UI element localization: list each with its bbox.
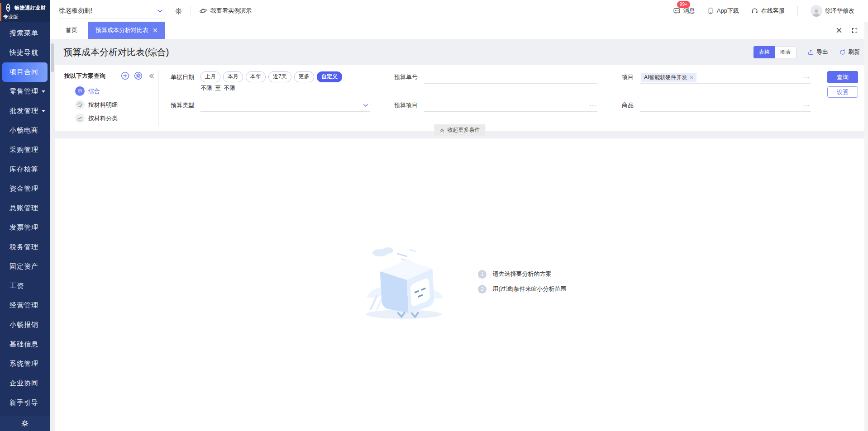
sidebar-item-wholesale-mgmt[interactable]: 批发管理	[0, 101, 50, 121]
sidebar-item-purchase-mgmt[interactable]: 采购管理	[0, 140, 50, 160]
sidebar-item-basic-info[interactable]: 基础信息	[0, 335, 50, 354]
sidebar-item-fixed-assets[interactable]: 固定资产	[0, 257, 50, 276]
tab-home[interactable]: 首页	[55, 22, 88, 39]
empty-state-steps: 1 请先选择要分析的方案 2 用[过滤]条件来缩小分析范围	[478, 270, 566, 294]
close-all-tabs-icon[interactable]	[836, 27, 842, 33]
budget-type-select[interactable]	[200, 99, 370, 112]
collapse-more-filters-button[interactable]: 收起更多条件	[434, 124, 486, 136]
clock-icon	[75, 100, 85, 109]
settings-gear-icon[interactable]	[21, 420, 29, 427]
sidebar-item-label: 税务管理	[10, 243, 38, 251]
scheme-item-comprehensive[interactable]: 综合	[75, 86, 155, 96]
sidebar-item-label: 小畅报销	[10, 321, 38, 329]
view-chart-button[interactable]: 图表	[775, 46, 796, 58]
tab-budget-cost-analysis[interactable]: 预算成本分析对比表	[88, 22, 165, 39]
sidebar-item-newbie-guide[interactable]: 新手引导	[0, 393, 50, 412]
sidebar-item-label: 系统管理	[10, 360, 38, 368]
scheme-header-icons	[120, 71, 143, 81]
view-table-button[interactable]: 表格	[754, 46, 775, 58]
sidebar-item-project-contract[interactable]: 项目合同	[2, 62, 48, 82]
date-range[interactable]: 不限 至 不限	[200, 84, 370, 92]
select-chevron-icon[interactable]	[362, 102, 369, 109]
export-button[interactable]: 导出	[807, 48, 828, 56]
sidebar-item-search-menu[interactable]: 搜索菜单	[0, 24, 50, 43]
user-menu[interactable]: 徐泽华修改	[811, 5, 854, 17]
sidebar-item-system-mgmt[interactable]: 系统管理	[0, 354, 50, 374]
online-support-button[interactable]: 在线客服	[751, 7, 785, 15]
settings-button[interactable]: 设置	[827, 86, 858, 98]
main-area: 徐老板勿删! 我要看实例演示 99+	[50, 0, 868, 431]
sidebar-item-reimbursement[interactable]: 小畅报销	[0, 315, 50, 335]
date-option-more[interactable]: 更多	[294, 71, 314, 82]
filter-field-budget-no: 预算单号	[394, 71, 597, 92]
sidebar-nav: 搜索菜单 快捷导航 项目合同 零售管理 批发管理 小畅电商 采购管理 库存核算 …	[0, 22, 50, 416]
sidebar-item-label: 发票管理	[10, 223, 38, 232]
sidebar-item-enterprise-collab[interactable]: 企业协同	[0, 374, 50, 393]
result-panel: 1 请先选择要分析的方案 2 用[过滤]条件来缩小分析范围	[55, 138, 864, 431]
sidebar-item-ecommerce[interactable]: 小畅电商	[0, 121, 50, 140]
workspace-gear-icon[interactable]	[175, 7, 182, 15]
date-range-end[interactable]: 不限	[224, 84, 235, 92]
scheme-item-by-material-category[interactable]: 按材料分类	[75, 114, 155, 123]
project-tag-label: AI智能软硬件开发	[644, 74, 687, 81]
sidebar-item-quick-nav[interactable]: 快捷导航	[0, 43, 50, 62]
date-option-this-year[interactable]: 本年	[246, 71, 266, 82]
sidebar-item-inventory-accounting[interactable]: 库存核算	[0, 160, 50, 179]
sidebar-item-funds-mgmt[interactable]: 资金管理	[0, 179, 50, 199]
search-button[interactable]: 查询	[827, 71, 858, 83]
tab-actions	[836, 22, 868, 39]
budget-item-input[interactable]: ...	[424, 99, 597, 112]
chevron-down-icon	[157, 8, 163, 14]
scheme-panel: 按以下方案查询	[55, 65, 158, 131]
product-label: 商品	[622, 99, 634, 112]
tab-close-icon[interactable]	[153, 28, 157, 33]
project-picker-ellipsis[interactable]: ...	[803, 75, 810, 80]
tabbar: 首页 预算成本分析对比表	[50, 22, 868, 39]
date-range-start[interactable]: 不限	[200, 84, 212, 92]
app-download-button[interactable]: App下载	[707, 7, 739, 15]
remove-tag-icon[interactable]	[690, 76, 693, 79]
fullscreen-icon[interactable]	[851, 27, 858, 34]
topbar-divider	[191, 6, 191, 15]
export-label: 导出	[816, 48, 828, 56]
filter-actions: 查询 设置	[827, 71, 858, 98]
budget-no-input[interactable]	[424, 71, 597, 84]
scheme-item-by-material-detail[interactable]: 按材料明细	[75, 100, 155, 109]
sidebar-item-payroll[interactable]: 工资	[0, 276, 50, 296]
filter-field-product: 商品 ...	[622, 99, 811, 112]
brand-name: 畅捷通好业财	[14, 5, 46, 11]
scheme-panel-header: 按以下方案查询	[64, 71, 155, 81]
brand-logo: 畅捷通好业财 专业版	[0, 0, 50, 22]
date-option-last-month[interactable]: 上月	[200, 71, 220, 82]
sidebar-item-general-ledger[interactable]: 总账管理	[0, 199, 50, 218]
collapse-scheme-panel-icon[interactable]	[148, 73, 155, 79]
view-toggle: 表格 图表	[754, 46, 796, 58]
project-input[interactable]: AI智能软硬件开发 ...	[640, 71, 811, 84]
sidebar-item-retail-mgmt[interactable]: 零售管理	[0, 82, 50, 101]
sidebar-item-operations-mgmt[interactable]: 经营管理	[0, 296, 50, 315]
date-option-last-7-days[interactable]: 近7天	[268, 71, 291, 82]
sidebar-item-invoice-mgmt[interactable]: 发票管理	[0, 218, 50, 237]
budget-item-picker-ellipsis[interactable]: ...	[589, 103, 596, 108]
product-input[interactable]: ...	[640, 99, 811, 112]
account-selector[interactable]: 徐老板勿删!	[58, 3, 166, 19]
trend-chart-icon	[75, 114, 85, 123]
date-label: 单据日期	[171, 71, 194, 92]
filter-field-date: 单据日期 上月 本月 本年 近7天 更多 自定义 不限	[171, 71, 370, 92]
demo-link[interactable]: 我要看实例演示	[199, 7, 252, 15]
sidebar-item-tax-mgmt[interactable]: 税务管理	[0, 237, 50, 257]
scheme-list: 综合 按材料明细 按材料分类	[64, 86, 155, 123]
vertical-scrollbar-track[interactable]	[864, 22, 868, 431]
add-scheme-icon[interactable]	[120, 71, 130, 81]
filter-field-budget-type: 预算类型	[171, 99, 370, 112]
filter-panel: 按以下方案查询	[55, 65, 864, 131]
date-option-this-month[interactable]: 本月	[223, 71, 243, 82]
refresh-button[interactable]: 刷新	[839, 48, 860, 56]
scheme-settings-icon[interactable]	[134, 71, 143, 81]
messages-button[interactable]: 99+ 消息	[673, 7, 695, 15]
date-option-custom[interactable]: 自定义	[317, 71, 342, 82]
collapse-more-filters-label: 收起更多条件	[448, 126, 480, 134]
scrollbar-thumb[interactable]	[51, 43, 54, 72]
product-picker-ellipsis[interactable]: ...	[803, 103, 810, 108]
screen-edge-artifact	[0, 3, 1, 21]
